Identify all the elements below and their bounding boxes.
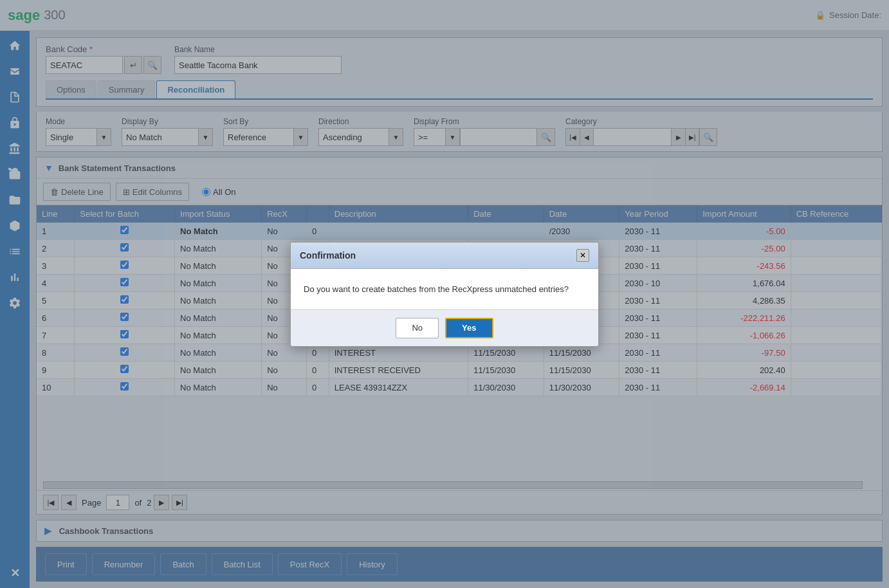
modal-close-btn[interactable]: ✕	[576, 249, 589, 262]
confirmation-modal: Confirmation ✕ Do you want to create bat…	[290, 242, 599, 347]
modal-title: Confirmation	[300, 250, 356, 261]
modal-message: Do you want to create batches from the R…	[304, 284, 569, 294]
modal-header: Confirmation ✕	[291, 243, 598, 269]
modal-yes-btn[interactable]: Yes	[445, 318, 493, 338]
modal-body: Do you want to create batches from the R…	[291, 269, 598, 309]
modal-footer: No Yes	[291, 309, 598, 346]
modal-overlay: Confirmation ✕ Do you want to create bat…	[0, 0, 889, 588]
modal-no-btn[interactable]: No	[396, 318, 439, 338]
